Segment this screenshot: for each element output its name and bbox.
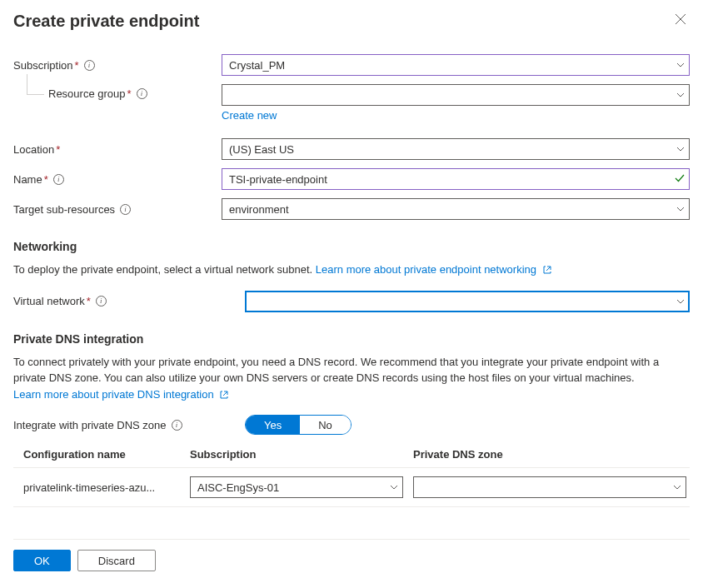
subscription-value: Crystal_PM (229, 59, 285, 72)
dns-heading: Private DNS integration (13, 332, 690, 346)
resource-group-select[interactable] (222, 84, 690, 106)
networking-desc: To deploy the private endpoint, select a… (13, 263, 316, 276)
info-icon[interactable]: i (137, 88, 147, 99)
row-dns-zone-select[interactable] (413, 476, 686, 498)
vnet-select[interactable] (245, 291, 690, 312)
toggle-yes[interactable]: Yes (246, 416, 300, 434)
target-sub-label: Target sub-resources (13, 203, 115, 216)
subscription-select[interactable]: Crystal_PM (222, 54, 690, 76)
external-link-icon (543, 262, 551, 279)
dns-desc: To connect privately with your private e… (13, 356, 659, 385)
col-subscription: Subscription (190, 448, 413, 461)
check-icon (674, 172, 686, 187)
resource-group-label: Resource group (48, 87, 126, 100)
chevron-down-icon (389, 482, 399, 492)
target-sub-select[interactable]: environment (222, 198, 690, 220)
info-icon[interactable]: i (172, 420, 182, 431)
learn-more-networking-link[interactable]: Learn more about private endpoint networ… (316, 263, 551, 276)
external-link-icon (220, 387, 228, 404)
learn-more-dns-link[interactable]: Learn more about private DNS integration (13, 388, 228, 401)
required-asterisk: * (44, 173, 48, 186)
page-title: Create private endpoint (13, 12, 199, 31)
info-icon[interactable]: i (96, 296, 107, 306)
required-asterisk: * (75, 59, 79, 72)
subscription-label: Subscription (13, 59, 73, 72)
location-value: (US) East US (229, 143, 294, 156)
integrate-dns-toggle[interactable]: Yes No (245, 415, 352, 435)
location-select[interactable]: (US) East US (222, 138, 690, 160)
networking-heading: Networking (13, 240, 690, 253)
target-sub-value: environment (229, 203, 289, 216)
create-new-link[interactable]: Create new (222, 109, 277, 122)
chevron-down-icon (676, 296, 686, 306)
name-field[interactable]: TSI-private-endpoint (222, 168, 690, 190)
ok-button[interactable]: OK (13, 550, 71, 571)
chevron-down-icon (676, 204, 686, 214)
name-value: TSI-private-endpoint (229, 173, 327, 186)
col-config-name: Configuration name (13, 448, 190, 461)
table-row: privatelink-timeseries-azu... AISC-EngSy… (13, 468, 690, 507)
required-asterisk: * (127, 87, 132, 100)
chevron-down-icon (676, 60, 686, 70)
chevron-down-icon (672, 482, 682, 492)
dns-config-table: Configuration name Subscription Private … (13, 448, 690, 507)
chevron-down-icon (676, 144, 686, 154)
row-subscription-select[interactable]: AISC-EngSys-01 (190, 476, 403, 498)
info-icon[interactable]: i (84, 60, 95, 71)
info-icon[interactable]: i (120, 204, 131, 215)
integrate-dns-label: Integrate with private DNS zone (13, 419, 167, 431)
chevron-down-icon (676, 90, 686, 100)
close-icon[interactable] (671, 12, 690, 29)
col-private-dns-zone: Private DNS zone (413, 448, 690, 461)
location-label: Location (13, 143, 54, 156)
row-subscription-value: AISC-EngSys-01 (197, 481, 279, 494)
required-asterisk: * (87, 295, 91, 307)
vnet-label: Virtual network (13, 295, 85, 307)
name-label: Name (13, 173, 42, 186)
required-asterisk: * (56, 143, 60, 156)
toggle-no[interactable]: No (300, 416, 351, 434)
discard-button[interactable]: Discard (77, 550, 156, 571)
learn-more-dns-text: Learn more about private DNS integration (13, 388, 214, 401)
info-icon[interactable]: i (53, 174, 64, 185)
learn-more-networking-text: Learn more about private endpoint networ… (316, 263, 536, 276)
config-name-value: privatelink-timeseries-azu... (13, 481, 190, 494)
